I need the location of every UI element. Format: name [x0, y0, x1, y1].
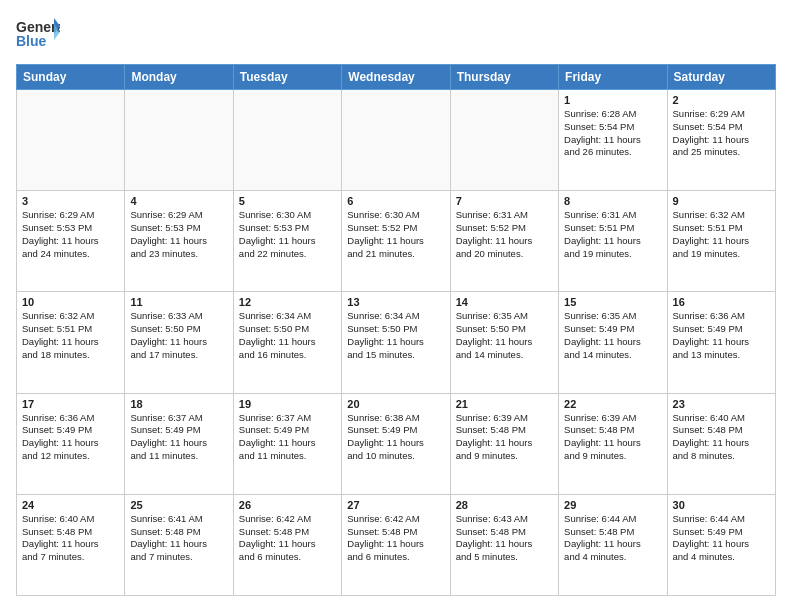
day-info: Sunrise: 6:37 AM Sunset: 5:49 PM Dayligh… [239, 412, 336, 463]
svg-text:Blue: Blue [16, 33, 47, 49]
weekday-header: Friday [559, 65, 667, 90]
weekday-header: Thursday [450, 65, 558, 90]
day-info: Sunrise: 6:30 AM Sunset: 5:52 PM Dayligh… [347, 209, 444, 260]
day-number: 25 [130, 499, 227, 511]
day-number: 20 [347, 398, 444, 410]
calendar-day [450, 90, 558, 191]
day-number: 5 [239, 195, 336, 207]
day-info: Sunrise: 6:41 AM Sunset: 5:48 PM Dayligh… [130, 513, 227, 564]
calendar-day: 13Sunrise: 6:34 AM Sunset: 5:50 PM Dayli… [342, 292, 450, 393]
day-info: Sunrise: 6:29 AM Sunset: 5:53 PM Dayligh… [130, 209, 227, 260]
day-info: Sunrise: 6:38 AM Sunset: 5:49 PM Dayligh… [347, 412, 444, 463]
day-number: 15 [564, 296, 661, 308]
calendar-day: 5Sunrise: 6:30 AM Sunset: 5:53 PM Daylig… [233, 191, 341, 292]
day-info: Sunrise: 6:31 AM Sunset: 5:52 PM Dayligh… [456, 209, 553, 260]
day-number: 28 [456, 499, 553, 511]
calendar-day: 4Sunrise: 6:29 AM Sunset: 5:53 PM Daylig… [125, 191, 233, 292]
day-number: 26 [239, 499, 336, 511]
day-number: 3 [22, 195, 119, 207]
day-number: 8 [564, 195, 661, 207]
day-number: 4 [130, 195, 227, 207]
day-info: Sunrise: 6:30 AM Sunset: 5:53 PM Dayligh… [239, 209, 336, 260]
day-number: 2 [673, 94, 770, 106]
day-info: Sunrise: 6:32 AM Sunset: 5:51 PM Dayligh… [22, 310, 119, 361]
day-info: Sunrise: 6:31 AM Sunset: 5:51 PM Dayligh… [564, 209, 661, 260]
calendar-table: SundayMondayTuesdayWednesdayThursdayFrid… [16, 64, 776, 596]
calendar-day: 18Sunrise: 6:37 AM Sunset: 5:49 PM Dayli… [125, 393, 233, 494]
calendar-day [233, 90, 341, 191]
day-number: 30 [673, 499, 770, 511]
calendar-day: 15Sunrise: 6:35 AM Sunset: 5:49 PM Dayli… [559, 292, 667, 393]
day-number: 17 [22, 398, 119, 410]
calendar-day [17, 90, 125, 191]
day-info: Sunrise: 6:40 AM Sunset: 5:48 PM Dayligh… [673, 412, 770, 463]
calendar-day: 20Sunrise: 6:38 AM Sunset: 5:49 PM Dayli… [342, 393, 450, 494]
day-number: 21 [456, 398, 553, 410]
calendar-day: 1Sunrise: 6:28 AM Sunset: 5:54 PM Daylig… [559, 90, 667, 191]
weekday-header: Sunday [17, 65, 125, 90]
calendar-day: 14Sunrise: 6:35 AM Sunset: 5:50 PM Dayli… [450, 292, 558, 393]
day-info: Sunrise: 6:40 AM Sunset: 5:48 PM Dayligh… [22, 513, 119, 564]
calendar-day: 29Sunrise: 6:44 AM Sunset: 5:48 PM Dayli… [559, 494, 667, 595]
calendar-day: 25Sunrise: 6:41 AM Sunset: 5:48 PM Dayli… [125, 494, 233, 595]
day-info: Sunrise: 6:43 AM Sunset: 5:48 PM Dayligh… [456, 513, 553, 564]
day-info: Sunrise: 6:34 AM Sunset: 5:50 PM Dayligh… [239, 310, 336, 361]
calendar-week: 17Sunrise: 6:36 AM Sunset: 5:49 PM Dayli… [17, 393, 776, 494]
calendar-day: 27Sunrise: 6:42 AM Sunset: 5:48 PM Dayli… [342, 494, 450, 595]
calendar-day: 3Sunrise: 6:29 AM Sunset: 5:53 PM Daylig… [17, 191, 125, 292]
calendar-day: 7Sunrise: 6:31 AM Sunset: 5:52 PM Daylig… [450, 191, 558, 292]
day-number: 29 [564, 499, 661, 511]
calendar-day: 16Sunrise: 6:36 AM Sunset: 5:49 PM Dayli… [667, 292, 775, 393]
day-number: 13 [347, 296, 444, 308]
day-info: Sunrise: 6:33 AM Sunset: 5:50 PM Dayligh… [130, 310, 227, 361]
weekday-header: Wednesday [342, 65, 450, 90]
calendar-day: 22Sunrise: 6:39 AM Sunset: 5:48 PM Dayli… [559, 393, 667, 494]
calendar-week: 10Sunrise: 6:32 AM Sunset: 5:51 PM Dayli… [17, 292, 776, 393]
day-info: Sunrise: 6:44 AM Sunset: 5:48 PM Dayligh… [564, 513, 661, 564]
weekday-header: Tuesday [233, 65, 341, 90]
calendar-day: 9Sunrise: 6:32 AM Sunset: 5:51 PM Daylig… [667, 191, 775, 292]
calendar-day: 2Sunrise: 6:29 AM Sunset: 5:54 PM Daylig… [667, 90, 775, 191]
day-info: Sunrise: 6:29 AM Sunset: 5:54 PM Dayligh… [673, 108, 770, 159]
day-info: Sunrise: 6:42 AM Sunset: 5:48 PM Dayligh… [239, 513, 336, 564]
calendar-day: 11Sunrise: 6:33 AM Sunset: 5:50 PM Dayli… [125, 292, 233, 393]
calendar-week: 1Sunrise: 6:28 AM Sunset: 5:54 PM Daylig… [17, 90, 776, 191]
day-number: 18 [130, 398, 227, 410]
calendar-day: 8Sunrise: 6:31 AM Sunset: 5:51 PM Daylig… [559, 191, 667, 292]
calendar-day: 24Sunrise: 6:40 AM Sunset: 5:48 PM Dayli… [17, 494, 125, 595]
day-number: 24 [22, 499, 119, 511]
day-number: 22 [564, 398, 661, 410]
day-number: 10 [22, 296, 119, 308]
day-info: Sunrise: 6:29 AM Sunset: 5:53 PM Dayligh… [22, 209, 119, 260]
day-info: Sunrise: 6:36 AM Sunset: 5:49 PM Dayligh… [673, 310, 770, 361]
day-number: 6 [347, 195, 444, 207]
day-info: Sunrise: 6:34 AM Sunset: 5:50 PM Dayligh… [347, 310, 444, 361]
day-number: 11 [130, 296, 227, 308]
day-number: 23 [673, 398, 770, 410]
calendar-day [125, 90, 233, 191]
header: General Blue [16, 16, 776, 56]
day-info: Sunrise: 6:28 AM Sunset: 5:54 PM Dayligh… [564, 108, 661, 159]
day-info: Sunrise: 6:35 AM Sunset: 5:50 PM Dayligh… [456, 310, 553, 361]
calendar-day: 10Sunrise: 6:32 AM Sunset: 5:51 PM Dayli… [17, 292, 125, 393]
day-number: 19 [239, 398, 336, 410]
logo-icon: General Blue [16, 16, 60, 56]
calendar-week: 3Sunrise: 6:29 AM Sunset: 5:53 PM Daylig… [17, 191, 776, 292]
day-info: Sunrise: 6:44 AM Sunset: 5:49 PM Dayligh… [673, 513, 770, 564]
day-info: Sunrise: 6:32 AM Sunset: 5:51 PM Dayligh… [673, 209, 770, 260]
calendar-day: 21Sunrise: 6:39 AM Sunset: 5:48 PM Dayli… [450, 393, 558, 494]
weekday-header: Monday [125, 65, 233, 90]
day-info: Sunrise: 6:36 AM Sunset: 5:49 PM Dayligh… [22, 412, 119, 463]
calendar-day: 28Sunrise: 6:43 AM Sunset: 5:48 PM Dayli… [450, 494, 558, 595]
calendar-day: 19Sunrise: 6:37 AM Sunset: 5:49 PM Dayli… [233, 393, 341, 494]
weekday-header: Saturday [667, 65, 775, 90]
day-number: 9 [673, 195, 770, 207]
day-number: 14 [456, 296, 553, 308]
page: General Blue SundayMondayTuesdayWednesda… [0, 0, 792, 612]
day-number: 27 [347, 499, 444, 511]
day-info: Sunrise: 6:39 AM Sunset: 5:48 PM Dayligh… [456, 412, 553, 463]
day-info: Sunrise: 6:42 AM Sunset: 5:48 PM Dayligh… [347, 513, 444, 564]
calendar-day: 12Sunrise: 6:34 AM Sunset: 5:50 PM Dayli… [233, 292, 341, 393]
calendar-day: 26Sunrise: 6:42 AM Sunset: 5:48 PM Dayli… [233, 494, 341, 595]
calendar-day [342, 90, 450, 191]
